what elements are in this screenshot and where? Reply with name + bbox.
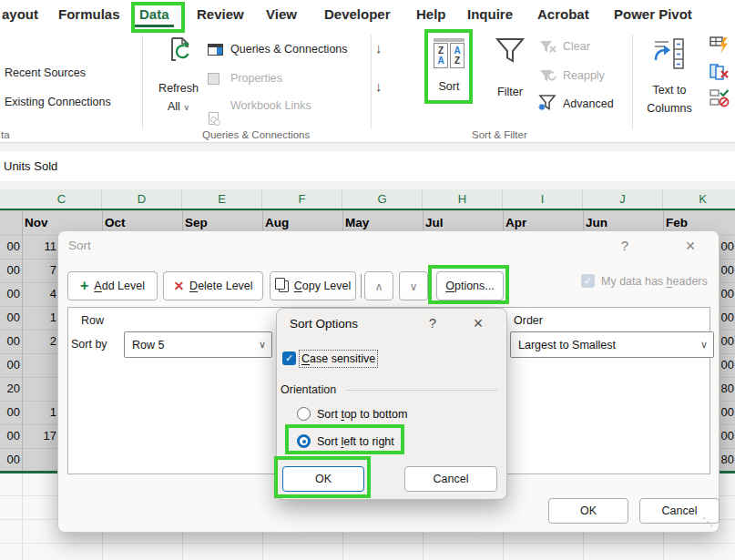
cell-left-partial[interactable]: 00 [0,259,20,282]
excel-window: ayoutFormulasDataReviewViewDeveloperHelp… [0,0,735,560]
move-up-button[interactable]: ∧ [364,271,393,300]
sort-za-descending-button[interactable]: ZA↓ [375,78,383,94]
cell-left-partial[interactable]: 00 [0,448,20,472]
remove-duplicates-icon[interactable] [709,63,730,81]
flash-fill-icon[interactable] [709,36,730,55]
close-icon[interactable]: × [466,313,490,333]
ok-label: OK [580,504,597,517]
toolbar-separator [361,274,362,298]
options-button[interactable]: Options... [436,271,504,300]
order-value: Largest to Smallest [518,332,616,357]
copy-level-button[interactable]: Copy Level [270,271,356,300]
cell-nov-partial[interactable]: 2 [24,330,56,353]
sort-az-ascending-button[interactable]: AZ↓ [375,40,383,56]
my-data-has-headers-label: My data has headers [601,275,708,288]
add-level-button[interactable]: + Add Level [67,271,158,300]
cell-left-partial[interactable]: 00 [0,282,20,306]
ribbon-tab-review[interactable]: Review [197,0,244,29]
header-gap [0,181,735,189]
plus-icon: + [80,280,88,292]
data-validation-icon[interactable] [709,89,730,107]
refresh-label-line2: All ∨ [151,100,206,113]
sort-top-to-bottom-label[interactable]: Sort top to bottom [317,408,407,421]
advanced-filter-button[interactable]: Advanced [563,97,614,110]
sort-dialog-title: Sort [68,239,91,252]
sort-button[interactable]: ZA AZ Sort [426,31,472,104]
cell-left-partial[interactable]: 00 [0,424,20,448]
queries-connections-button[interactable]: Queries & Connections [230,43,348,56]
filter-button[interactable]: Filter [490,36,530,68]
column-letter-E[interactable]: E [182,189,262,209]
ribbon-tab-power-pivot[interactable]: Power Pivot [614,0,692,29]
column-letter-F[interactable]: F [262,189,342,209]
cell-nov-partial[interactable]: 7 [24,259,56,282]
recent-sources-button[interactable]: Recent Sources [5,66,86,79]
column-letter-H[interactable]: H [423,189,503,209]
move-down-button[interactable]: ∨ [399,271,428,300]
sort-button-label: Sort [426,80,472,93]
text-to-columns-button[interactable]: Text to Columns [638,36,701,74]
refresh-label-line1: Refresh [151,82,206,95]
down-arrow-icon: ↓ [375,78,383,94]
ribbon-tab-ayout[interactable]: ayout [2,0,38,29]
ribbon-tab-view[interactable]: View [266,0,297,29]
ribbon-tab-bar: ayoutFormulasDataReviewViewDeveloperHelp… [0,0,735,29]
sort-left-to-right-radio[interactable] [297,434,311,448]
cell-left-partial[interactable]: 20 [0,377,20,401]
ok-label: OK [315,473,332,485]
sort-options-ok-button[interactable]: OK [282,466,364,492]
column-letter-G[interactable]: G [342,189,423,209]
ribbon: Recent Sources Existing Connections ta R… [0,29,735,143]
cell-left-partial[interactable]: 00 [0,401,20,424]
cell-left-partial[interactable]: 00 [0,306,20,330]
ribbon-tab-developer[interactable]: Developer [324,0,391,29]
resize-grip[interactable]: ⋱ [702,515,713,528]
cell-nov-partial[interactable]: 11 [24,235,56,259]
cell-nov-partial[interactable]: 1 [24,401,56,424]
clear-filter-button: Clear [563,40,590,53]
column-letter-J[interactable]: J [583,189,663,209]
sort-options-cancel-button[interactable]: Cancel [404,466,497,492]
help-icon[interactable]: ? [421,313,444,333]
ribbon-tab-inquire[interactable]: Inquire [467,0,513,29]
delete-level-label: Delete Level [189,280,253,292]
filter-button-label: Filter [490,86,530,98]
existing-connections-button[interactable]: Existing Connections [5,96,111,108]
ribbon-tab-formulas[interactable]: Formulas [58,0,120,29]
ribbon-tab-help[interactable]: Help [416,0,446,29]
column-letter-K[interactable]: K [663,189,735,209]
ribbon-tab-acrobat[interactable]: Acrobat [537,0,589,29]
cell-nov-partial[interactable]: 1 [24,306,56,330]
properties-button: Properties [230,72,282,85]
copy-level-label: Copy Level [294,280,352,292]
close-icon[interactable]: × [679,236,702,256]
case-sensitive-checkbox[interactable]: ✓ [282,351,296,365]
delete-level-button[interactable]: ✕ Delete Level [163,271,263,300]
clear-filter-icon [539,40,557,55]
sort-top-to-bottom-radio[interactable] [297,407,311,421]
sort-by-combobox[interactable]: Row 5 ∨ [124,331,272,358]
sort-by-label: Sort by [71,338,107,351]
cell-left-partial[interactable]: 00 [0,330,20,353]
ribbon-group-separator [371,35,372,129]
ribbon-group-separator [632,35,633,129]
ribbon-tab-data[interactable]: Data [139,0,169,29]
text-to-columns-icon [651,36,686,71]
help-icon[interactable]: ? [613,236,637,256]
text-to-columns-label1: Text to [638,84,701,97]
cell-nov-partial[interactable]: 4 [24,282,56,306]
cell-nov-partial[interactable]: 17 [24,424,56,448]
column-letter-C[interactable]: C [22,189,102,209]
reapply-filter-icon [539,69,557,84]
cell-left-partial[interactable]: 00 [0,353,20,377]
formula-bar[interactable]: Units Sold [0,151,735,182]
order-combobox[interactable]: Largest to Smallest ∨ [510,331,714,358]
column-letter-D[interactable]: D [102,189,182,209]
sort-ok-button[interactable]: OK [548,498,628,524]
sort-left-to-right-label[interactable]: Sort left to right [317,435,394,448]
column-letter-I[interactable]: I [503,189,583,209]
chevron-down-icon: ∨ [259,332,266,357]
cell-left-partial[interactable]: 00 [0,235,20,259]
case-sensitive-label[interactable]: Case sensitive [301,352,375,365]
chevron-down-icon: ∨ [700,332,708,357]
